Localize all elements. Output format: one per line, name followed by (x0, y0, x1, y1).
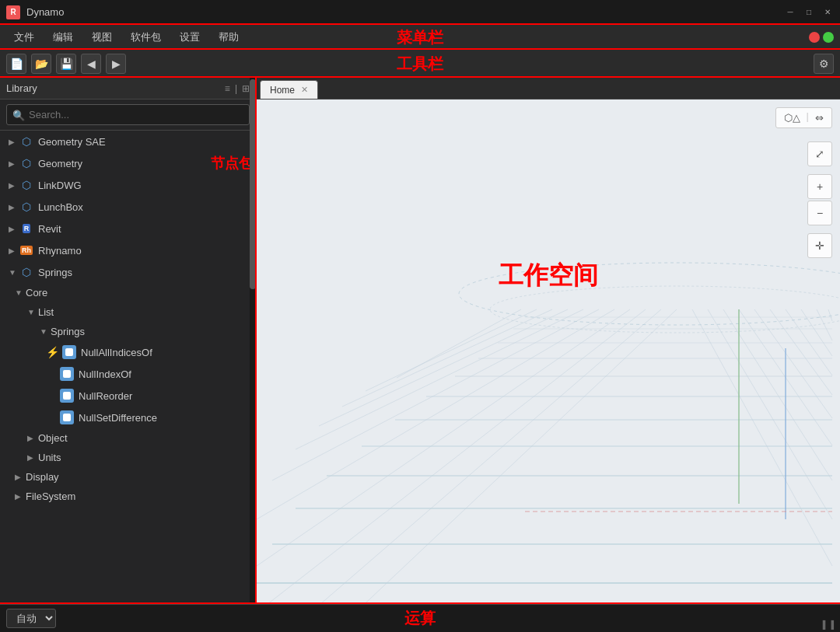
canvas[interactable]: 工作空间 ⬡△ | ⇔ ⤢ + − ✛ (257, 100, 840, 604)
menubar: 文件 编辑 视图 软件包 设置 帮助 菜单栏 (0, 25, 840, 50)
expand-canvas-button[interactable]: ⤢ (807, 141, 832, 166)
svg-rect-2 (63, 392, 71, 400)
toolbar-wrapper: 📄 📂 💾 ◀ ▶ ⚙ 工具栏 (0, 50, 840, 78)
view-3d-icon[interactable]: ⬡△ (781, 110, 803, 125)
app-title: Dynamo (26, 6, 64, 18)
arrow-icon: ▼ (9, 268, 19, 277)
layout-icon[interactable]: | (235, 83, 237, 94)
node-icon (62, 345, 76, 359)
zoom-fit-button[interactable]: ✛ (807, 233, 832, 258)
canvas-controls-right: ⤢ + − ✛ (807, 141, 832, 258)
menu-help[interactable]: 帮助 (211, 27, 247, 47)
tree-item-rhynamo[interactable]: ▶ Rh Rhynamo (0, 239, 256, 261)
maximize-button[interactable]: □ (803, 6, 815, 19)
tree-item-filesystem[interactable]: ▶ FileSystem (0, 487, 256, 506)
menu-file[interactable]: 文件 (6, 27, 42, 47)
pkg-icon: ⬡ (19, 200, 33, 214)
view-connector-icon[interactable]: ⇔ (812, 110, 827, 125)
library-title: Library (6, 82, 37, 94)
titlebar: R Dynamo ─ □ ✕ (0, 0, 840, 25)
toolbar: 📄 📂 💾 ◀ ▶ ⚙ (0, 50, 840, 78)
svg-rect-3 (63, 414, 71, 421)
node-icon (60, 367, 74, 381)
tree-node-nullallindicesof[interactable]: ⚡ NullAllIndicesOf (0, 341, 256, 363)
menu-view[interactable]: 视图 (84, 27, 120, 47)
arrow-icon: ▶ (9, 181, 19, 190)
main-area: Library ≡ | ⊞ 🔍 ▶ ⬡ Geometry SAE ▶ (0, 78, 840, 604)
status-dot-red (809, 32, 820, 43)
minimize-button[interactable]: ─ (784, 6, 796, 19)
undo-button[interactable]: ◀ (81, 54, 101, 74)
tree-item-geometry[interactable]: ▶ ⬡ Geometry 节点包 (0, 152, 256, 174)
tree-node-nullindexof[interactable]: NullIndexOf (0, 363, 256, 385)
menu-edit[interactable]: 编辑 (45, 27, 81, 47)
zoom-in-button[interactable]: + (807, 174, 832, 199)
bottombar-wrapper: 自动 运算 ▌▐ (0, 604, 840, 632)
bottombar: 自动 运算 ▌▐ (0, 604, 840, 632)
tree-item-label: List (38, 306, 54, 318)
arrow-icon: ▶ (15, 492, 26, 501)
save-button[interactable]: 💾 (56, 54, 76, 74)
tree-item-springs[interactable]: ▼ ⬡ Springs (0, 261, 256, 283)
tree-item-linkdwg[interactable]: ▶ ⬡ LinkDWG (0, 174, 256, 196)
corner-indicator: ▌▐ (823, 620, 834, 629)
canvas-controls-top: ⬡△ | ⇔ (775, 107, 832, 128)
library-header-icons: ≡ | ⊞ (225, 83, 250, 94)
menu-settings[interactable]: 设置 (172, 27, 208, 47)
arrow-icon: ▶ (9, 138, 19, 146)
arrow-icon: ▶ (27, 453, 38, 462)
close-button[interactable]: ✕ (821, 6, 834, 19)
search-input[interactable] (6, 104, 250, 125)
tree-item-label: Geometry (38, 158, 82, 169)
search-wrapper: 🔍 (6, 104, 250, 125)
tree-item-core[interactable]: ▼ Core (0, 283, 256, 302)
tree-item-label: Object (38, 432, 68, 444)
tree-item-label: Rhynamo (38, 245, 82, 257)
new-button[interactable]: 📄 (6, 54, 26, 74)
arrow-icon: ▶ (27, 434, 38, 442)
zoom-out-button[interactable]: − (807, 201, 832, 225)
node-pkg-annotation: 节点包 (211, 154, 253, 173)
node-label: NullReorder (79, 390, 132, 402)
tree-item-label: Display (26, 471, 59, 483)
scrollbar-thumb[interactable] (250, 79, 256, 290)
filter-icon[interactable]: ≡ (225, 83, 230, 94)
tree-item-geometry-sae[interactable]: ▶ ⬡ Geometry SAE (0, 131, 256, 152)
arrow-icon: ▼ (40, 327, 51, 336)
svg-rect-0 (65, 348, 73, 356)
workspace-panel: Home ✕ (257, 78, 840, 604)
settings-button[interactable]: ⚙ (814, 54, 834, 74)
tab-label: Home (270, 85, 295, 96)
pkg-icon: ⬡ (19, 265, 33, 279)
arrow-icon: ▶ (9, 159, 19, 168)
search-bar: 🔍 (0, 100, 256, 131)
tree-item-springs-sub[interactable]: ▼ Springs (0, 322, 256, 341)
tree-item-label: FileSystem (26, 491, 75, 502)
tree-node-nullsetdifference[interactable]: NullSetDifference (0, 407, 256, 428)
tab-close-button[interactable]: ✕ (301, 85, 308, 95)
tree-item-object[interactable]: ▶ Object (0, 428, 256, 448)
execution-mode-select[interactable]: 自动 (6, 609, 56, 628)
expand-icon[interactable]: ⊞ (242, 83, 250, 94)
tab-home[interactable]: Home ✕ (260, 80, 318, 99)
node-label: NullSetDifference (79, 412, 157, 424)
tree-item-lunchbox[interactable]: ▶ ⬡ LunchBox (0, 196, 256, 218)
tree-item-label: LinkDWG (38, 180, 82, 191)
rhynamo-icon: Rh (19, 243, 33, 257)
tree-item-units[interactable]: ▶ Units (0, 448, 256, 467)
arrow-icon: ▼ (15, 288, 26, 297)
arrow-icon: ▼ (27, 308, 38, 316)
arrow-icon: ▶ (9, 203, 19, 211)
search-icon: 🔍 (12, 109, 25, 120)
tree-node-nullreorder[interactable]: NullReorder (0, 385, 256, 407)
pkg-icon: ⬡ (19, 156, 33, 170)
tree-item-label: Core (26, 287, 47, 299)
redo-button[interactable]: ▶ (106, 54, 126, 74)
pkg-icon: ⬡ (19, 134, 33, 148)
tree-item-list[interactable]: ▼ List (0, 302, 256, 322)
menu-packages[interactable]: 软件包 (123, 27, 169, 47)
tree-item-display[interactable]: ▶ Display (0, 467, 256, 487)
arrow-icon: ▶ (15, 473, 26, 481)
tree-item-revit[interactable]: ▶ R Revit (0, 218, 256, 239)
open-button[interactable]: 📂 (31, 54, 51, 74)
